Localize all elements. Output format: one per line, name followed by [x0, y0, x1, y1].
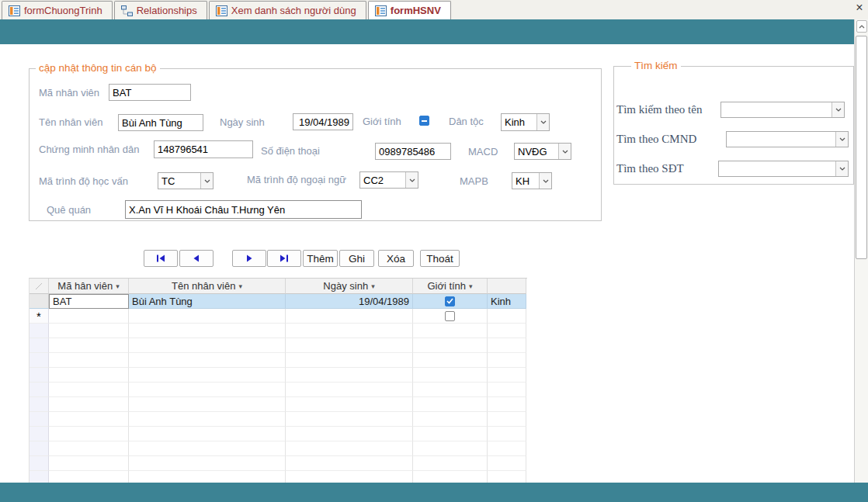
sdt-field[interactable]	[375, 143, 451, 160]
column-header-gioi-tinh[interactable]: Giới tính ▾	[413, 279, 488, 294]
first-record-button[interactable]	[144, 250, 178, 267]
empty-cell	[49, 383, 129, 397]
scrollbar-up-button[interactable]	[856, 20, 867, 33]
hoc-van-combobox[interactable]: TC	[158, 172, 214, 189]
column-filter-icon[interactable]: ▾	[469, 282, 473, 290]
ghi-button[interactable]: Ghi	[339, 250, 374, 267]
form-icon	[375, 5, 387, 16]
cell-ngay-sinh[interactable]	[286, 309, 413, 324]
gioi-tinh-label: Giới tính	[363, 116, 401, 127]
ngay-sinh-field[interactable]	[293, 113, 353, 130]
ngoai-ngu-combobox[interactable]: CC2	[359, 171, 418, 189]
previous-record-icon	[193, 254, 200, 262]
cell-ma-nhan-vien[interactable]: BAT	[49, 294, 129, 309]
empty-cell	[49, 456, 129, 471]
relationships-icon	[121, 5, 133, 16]
tab-label: Xem danh sách người dùng	[231, 5, 356, 16]
gioi-tinh-row-checkbox[interactable]	[445, 311, 455, 321]
staff-datasheet: Mã hân viên ▾ Tên nhân viên ▾ Ngày sinh …	[29, 278, 527, 483]
row-selector[interactable]	[30, 294, 49, 309]
empty-cell	[129, 412, 286, 427]
combo-value: NVĐG	[515, 144, 558, 159]
chevron-down-icon[interactable]	[558, 144, 571, 159]
cmnd-field[interactable]	[154, 140, 253, 158]
cell-ngay-sinh[interactable]: 19/04/1989	[286, 294, 413, 309]
row-selector	[30, 383, 49, 397]
search-by-name-label: Tìm kiếm theo tên	[616, 103, 702, 116]
que-quan-label: Quê quán	[47, 204, 91, 216]
empty-cell	[488, 324, 526, 338]
combo-value	[727, 132, 835, 147]
empty-cell	[413, 427, 488, 441]
dan-toc-combobox[interactable]: Kinh	[501, 113, 550, 131]
que-quan-field[interactable]	[125, 200, 362, 219]
chevron-down-icon[interactable]	[835, 161, 848, 176]
empty-cell	[49, 368, 129, 383]
cell-gioi-tinh[interactable]	[413, 294, 488, 309]
column-filter-icon[interactable]: ▾	[238, 282, 242, 290]
tab-formhsnv[interactable]: formHSNV	[368, 1, 451, 19]
tab-xem-danh-sach-nguoi-dung[interactable]: Xem danh sách người dùng	[209, 1, 366, 19]
form-icon	[216, 5, 227, 16]
search-by-sdt-combobox[interactable]	[718, 161, 849, 177]
close-icon[interactable]: ×	[853, 1, 866, 15]
thoat-button[interactable]: Thoát	[420, 250, 460, 267]
corner-diagonal-icon	[35, 282, 43, 290]
chevron-down-icon[interactable]	[832, 102, 844, 117]
dan-toc-label: Dân tộc	[449, 116, 484, 127]
macd-combobox[interactable]: NVĐG	[514, 143, 571, 160]
tab-formchuongtrinh[interactable]: formChuongTrinh	[2, 1, 113, 19]
column-filter-icon[interactable]: ▾	[371, 282, 375, 290]
cell-ma-nhan-vien[interactable]	[49, 309, 129, 324]
xoa-button[interactable]: Xóa	[378, 250, 414, 267]
chevron-down-icon[interactable]	[536, 114, 549, 130]
previous-record-button[interactable]	[179, 250, 214, 267]
mapb-combobox[interactable]: KH	[512, 172, 552, 189]
ten-nhan-vien-field[interactable]	[118, 114, 203, 131]
groupbox-title: cập nhật thông tin cán bộ	[36, 62, 160, 74]
row-selector	[30, 456, 49, 471]
new-record-asterisk[interactable]: *	[30, 309, 49, 324]
scrollbar-thumb[interactable]	[856, 36, 867, 259]
empty-cell	[286, 353, 413, 368]
cell-gioi-tinh[interactable]	[413, 309, 488, 324]
search-by-name-combobox[interactable]	[720, 102, 845, 118]
column-header-ten-nhan-vien[interactable]: Tên nhân viên ▾	[129, 279, 286, 294]
column-filter-icon[interactable]: ▾	[116, 282, 120, 290]
empty-cell	[413, 353, 488, 368]
them-button[interactable]: Thêm	[303, 250, 338, 267]
last-record-button[interactable]	[267, 250, 301, 267]
form-icon	[9, 5, 20, 16]
column-header-ma-nhan-vien[interactable]: Mã hân viên ▾	[49, 279, 129, 294]
empty-cell	[413, 456, 488, 471]
chevron-down-icon[interactable]	[200, 173, 213, 189]
chevron-down-icon[interactable]	[405, 172, 418, 188]
tab-relationships[interactable]: Relationships	[114, 1, 207, 19]
empty-cell	[286, 456, 413, 471]
empty-cell	[488, 397, 526, 412]
next-record-button[interactable]	[232, 250, 266, 267]
vertical-scrollbar[interactable]	[854, 19, 868, 483]
search-by-cmnd-combobox[interactable]	[726, 131, 849, 147]
chevron-down-icon[interactable]	[539, 173, 551, 189]
cell-ten-nhan-vien[interactable]	[129, 309, 286, 324]
empty-cell	[413, 338, 488, 353]
empty-cell	[129, 324, 286, 338]
cell-ten-nhan-vien[interactable]: Bùi Anh Tùng	[129, 294, 286, 309]
column-header-extra[interactable]	[488, 279, 526, 294]
combo-value: CC2	[360, 172, 405, 188]
combo-value	[721, 102, 832, 117]
select-all-corner[interactable]	[30, 279, 49, 294]
column-header-ngay-sinh[interactable]: Ngày sinh ▾	[286, 279, 413, 294]
ngay-sinh-label: Ngày sinh	[220, 116, 265, 128]
chevron-down-icon[interactable]	[835, 132, 848, 147]
ma-nhan-vien-field[interactable]	[109, 84, 191, 101]
gioi-tinh-checkbox[interactable]	[419, 116, 429, 126]
gioi-tinh-row-checkbox[interactable]	[445, 296, 455, 306]
empty-cell	[49, 338, 129, 353]
empty-cell	[286, 427, 413, 441]
cell-dan-toc[interactable]: Kinh	[488, 294, 526, 309]
empty-cell	[49, 441, 129, 456]
cell-dan-toc[interactable]	[488, 309, 526, 324]
last-record-icon	[279, 254, 290, 262]
